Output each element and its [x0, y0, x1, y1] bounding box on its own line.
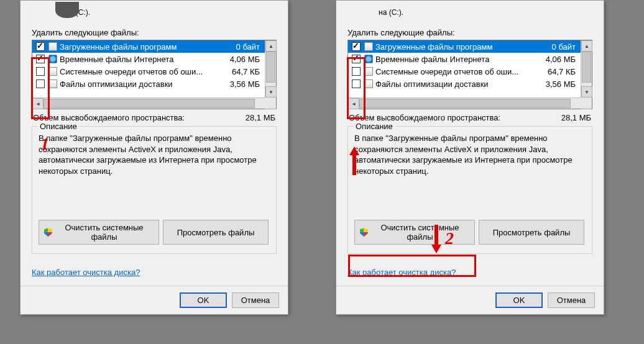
description-group: Описание В папке "Загруженные файлы прог…	[347, 126, 592, 254]
file-row-downloaded-programs[interactable]: Загруженные файлы программ 0 байт	[32, 40, 265, 53]
file-name: Файлы оптимизации доставки	[375, 79, 535, 89]
total-space-label: Объем высвобождаемого пространства:	[33, 113, 185, 122]
file-icon	[48, 42, 57, 51]
checkbox[interactable]	[36, 42, 45, 51]
scroll-left-icon[interactable]: ◄	[348, 98, 359, 109]
file-size: 0 байт	[219, 42, 262, 52]
globe-icon	[48, 55, 57, 63]
checkbox[interactable]	[352, 55, 361, 63]
file-row-system-reports[interactable]: Системные очереди отчетов об оши... 64,7…	[32, 65, 265, 78]
checkbox[interactable]	[352, 79, 361, 88]
cancel-button[interactable]: Отмена	[232, 292, 279, 308]
scroll-thumb[interactable]	[44, 99, 255, 108]
clean-system-files-button[interactable]: Очистить системные файлы	[354, 220, 475, 245]
scroll-up-icon[interactable]: ▲	[581, 40, 592, 52]
drive-label: на (C:).	[65, 8, 277, 17]
file-size: 4,06 МБ	[219, 55, 262, 64]
file-name: Файлы оптимизации доставки	[60, 79, 219, 89]
file-size: 0 байт	[535, 42, 578, 52]
view-files-button[interactable]: Просмотреть файлы	[163, 220, 269, 245]
file-name: Временные файлы Интернета	[60, 55, 219, 64]
globe-icon	[364, 55, 373, 63]
description-text: В папке "Загруженные файлы программ" вре…	[354, 133, 586, 176]
description-group: Описание В папке "Загруженные файлы прог…	[32, 126, 277, 254]
scroll-corner	[581, 97, 592, 109]
checkbox[interactable]	[36, 67, 45, 76]
checkbox[interactable]	[352, 67, 361, 76]
file-name: Системные очереди отчетов об оши...	[60, 67, 219, 76]
scroll-thumb[interactable]	[582, 52, 591, 83]
help-link[interactable]: Как работает очистка диска?	[347, 268, 456, 277]
disk-cleanup-dialog-1: на (C:). Удалить следующие файлы: Загруж…	[20, 0, 288, 315]
view-files-button[interactable]: Просмотреть файлы	[479, 220, 584, 245]
help-link[interactable]: Как работает очистка диска?	[32, 268, 140, 277]
file-icon	[48, 67, 57, 76]
file-name: Загруженные файлы программ	[60, 42, 219, 52]
total-space-label: Объем высвобождаемого пространства:	[349, 113, 500, 122]
file-icon	[364, 42, 373, 51]
files-to-delete-label: Удалить следующие файлы:	[347, 28, 592, 37]
clean-system-files-button[interactable]: Очистить системные файлы	[39, 220, 159, 245]
file-list: Загруженные файлы программ 0 байт Времен…	[32, 40, 277, 109]
drive-label: на (C:).	[379, 8, 592, 17]
files-to-delete-label: Удалить следующие файлы:	[32, 28, 277, 37]
scroll-up-icon[interactable]: ▲	[265, 40, 277, 52]
scroll-corner	[265, 97, 276, 109]
scroll-down-icon[interactable]: ▼	[581, 86, 592, 97]
file-name: Системные очереди отчетов об оши...	[375, 67, 535, 76]
description-text: В папке "Загруженные файлы программ" вре…	[39, 133, 270, 176]
file-row-system-reports[interactable]: Системные очереди отчетов об оши... 64,7…	[348, 65, 581, 78]
file-row-delivery-opt[interactable]: Файлы оптимизации доставки 3,56 МБ	[32, 78, 265, 90]
scroll-thumb[interactable]	[359, 99, 571, 108]
checkbox[interactable]	[36, 55, 45, 63]
disk-cleanup-dialog-2: на (C:). Удалить следующие файлы: Загруж…	[336, 0, 604, 315]
scroll-thumb[interactable]	[266, 52, 275, 83]
cancel-button[interactable]: Отмена	[548, 292, 595, 308]
file-icon	[48, 79, 57, 88]
file-row-temp-internet[interactable]: Временные файлы Интернета 4,06 МБ	[32, 53, 265, 65]
ok-button[interactable]: OK	[180, 292, 227, 308]
file-size: 3,56 МБ	[535, 79, 578, 89]
horizontal-scrollbar[interactable]: ◄ ►	[348, 97, 592, 109]
description-legend: Описание	[353, 122, 395, 131]
vertical-scrollbar[interactable]: ▲ ▼	[581, 40, 592, 97]
total-space-value: 28,1 МБ	[561, 113, 591, 122]
file-name: Загруженные файлы программ	[375, 42, 535, 52]
file-icon	[364, 79, 373, 88]
file-size: 3,56 МБ	[219, 79, 262, 89]
file-size: 64,7 КБ	[219, 67, 262, 76]
checkbox[interactable]	[36, 79, 45, 88]
file-row-temp-internet[interactable]: Временные файлы Интернета 4,06 МБ	[348, 53, 581, 65]
file-name: Временные файлы Интернета	[375, 55, 535, 64]
scroll-left-icon[interactable]: ◄	[32, 98, 44, 109]
file-list: Загруженные файлы программ 0 байт Времен…	[347, 40, 592, 109]
file-icon	[364, 67, 373, 76]
ok-button[interactable]: OK	[495, 292, 543, 308]
vertical-scrollbar[interactable]: ▲ ▼	[265, 40, 276, 97]
total-space-value: 28,1 МБ	[246, 113, 275, 122]
file-row-delivery-opt[interactable]: Файлы оптимизации доставки 3,56 МБ	[348, 78, 581, 90]
description-legend: Описание	[37, 122, 80, 131]
horizontal-scrollbar[interactable]: ◄ ►	[32, 97, 276, 109]
file-size: 4,06 МБ	[535, 55, 578, 64]
file-size: 64,7 КБ	[535, 67, 578, 76]
drive-icon	[55, 2, 79, 18]
checkbox[interactable]	[352, 42, 361, 51]
scroll-down-icon[interactable]: ▼	[265, 86, 277, 97]
file-row-downloaded-programs[interactable]: Загруженные файлы программ 0 байт	[348, 40, 581, 53]
